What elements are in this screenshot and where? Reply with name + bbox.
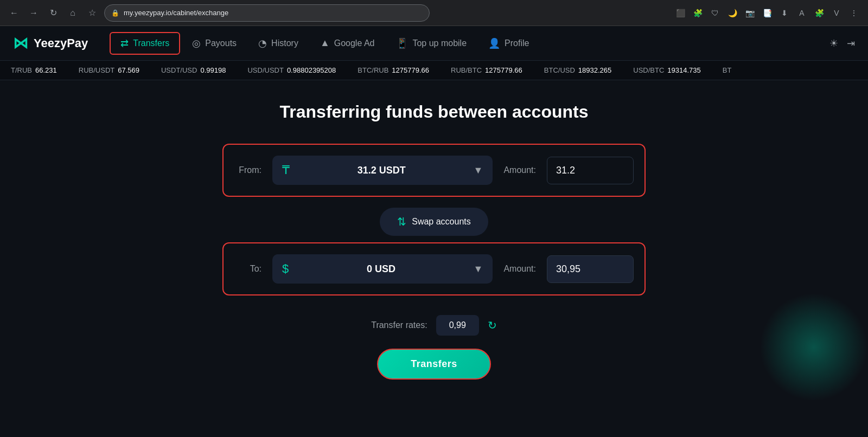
from-label: From: — [234, 165, 261, 175]
rates-row: Transfer rates: 0,99 ↻ — [371, 315, 497, 336]
ticker-item: BTC/USD 18932.265 — [544, 66, 612, 74]
transfers-submit-button[interactable]: Transfers — [377, 349, 491, 380]
transfers-icon: ⇄ — [120, 37, 129, 49]
ticker-item: RUB/BTC 1275779.66 — [451, 66, 522, 74]
from-chevron-icon: ▼ — [474, 165, 483, 176]
translate-icon[interactable]: A — [794, 5, 809, 21]
logo-text: YeezyPay — [34, 36, 88, 50]
rates-label: Transfer rates: — [371, 320, 427, 330]
usd-icon: $ — [282, 262, 289, 276]
bookmark2-icon[interactable]: 📑 — [760, 5, 775, 21]
nav-item-transfers[interactable]: ⇄ Transfers — [110, 32, 180, 55]
ticker-item: USD/BTC 19314.735 — [633, 66, 701, 74]
url-text: my.yeezypay.io/cabinet/exchange — [124, 9, 228, 17]
from-row: From: ₸ 31.2 USDT ▼ Amount: — [222, 144, 646, 197]
profile-nav-icon: 👤 — [488, 37, 500, 49]
from-amount-input[interactable] — [547, 157, 634, 184]
from-amount-label: Amount: — [503, 165, 536, 175]
camera-icon[interactable]: 📷 — [742, 5, 757, 21]
history-icon: ◔ — [258, 37, 267, 49]
ticker-item: RUB/USDT 67.569 — [79, 66, 139, 74]
ticker-bar: T/RUB 66.231 RUB/USDT 67.569 USDT/USD 0.… — [0, 61, 868, 80]
ticker-item: USD/USDT 0.98802395208 — [247, 66, 336, 74]
nav-item-top-up[interactable]: 📱 Top up mobile — [386, 33, 476, 54]
app-header: ⋈ YeezyPay ⇄ Transfers ◎ Payouts ◔ Histo… — [0, 26, 868, 61]
nav-item-payouts[interactable]: ◎ Payouts — [182, 33, 246, 54]
moon-icon[interactable]: 🌙 — [725, 5, 740, 21]
main-content: Transferring funds between accounts From… — [0, 80, 868, 401]
transfer-form: From: ₸ 31.2 USDT ▼ Amount: ⇅ Swap accou… — [222, 144, 646, 380]
swap-button[interactable]: ⇅ Swap accounts — [380, 208, 488, 236]
to-account-name: 0 USD — [295, 264, 467, 275]
refresh-button[interactable]: ↻ — [46, 5, 61, 21]
from-account-select[interactable]: ₸ 31.2 USDT ▼ — [272, 156, 493, 185]
refresh-rates-button[interactable]: ↻ — [488, 319, 497, 332]
google-ad-icon: ▲ — [320, 37, 330, 49]
menu-icon[interactable]: ⋮ — [846, 5, 861, 21]
logo-icon: ⋈ — [13, 34, 28, 52]
header-right: ☀ ⇥ — [829, 37, 855, 49]
to-row: To: $ 0 USD ▼ Amount: — [222, 242, 646, 295]
theme-toggle[interactable]: ☀ — [829, 37, 838, 49]
decorative-orb — [760, 293, 868, 401]
bookmark-button[interactable]: ☆ — [85, 5, 100, 21]
forward-button[interactable]: → — [26, 5, 41, 21]
swap-icon: ⇅ — [397, 215, 406, 228]
ticker-content: T/RUB 66.231 RUB/USDT 67.569 USDT/USD 0.… — [0, 66, 745, 74]
puzzle-icon[interactable]: 🧩 — [690, 5, 705, 21]
logo: ⋈ YeezyPay — [13, 34, 88, 52]
ticker-item: USDT/USD 0.99198 — [161, 66, 226, 74]
nav-item-history[interactable]: ◔ History — [248, 33, 308, 54]
nav-item-google-ad[interactable]: ▲ Google Ad — [310, 33, 385, 53]
nav-item-profile[interactable]: 👤 Profile — [478, 33, 539, 54]
page-title: Transferring funds between accounts — [280, 102, 589, 122]
address-bar[interactable]: 🔒 my.yeezypay.io/cabinet/exchange — [104, 4, 430, 22]
ticker-item: BTC/RUB 1275779.66 — [358, 66, 429, 74]
nav-menu: ⇄ Transfers ◎ Payouts ◔ History ▲ Google… — [110, 32, 829, 55]
usdt-icon: ₸ — [282, 163, 290, 177]
to-chevron-icon: ▼ — [474, 264, 483, 275]
rates-value: 0,99 — [436, 315, 479, 336]
from-account-name: 31.2 USDT — [296, 165, 467, 176]
home-button[interactable]: ⌂ — [65, 5, 80, 21]
to-label: To: — [234, 264, 261, 274]
mobile-icon: 📱 — [396, 37, 408, 49]
payouts-icon: ◎ — [192, 37, 201, 49]
browser-icons: ⬛ 🧩 🛡 🌙 📷 📑 ⬇ A 🧩 V ⋮ — [673, 5, 861, 21]
ticker-item: BT — [723, 66, 735, 74]
to-amount-input[interactable] — [547, 255, 634, 283]
shield-icon[interactable]: 🛡 — [707, 5, 723, 21]
back-button[interactable]: ← — [7, 5, 22, 21]
extensions-icon[interactable]: 🧩 — [812, 5, 827, 21]
lock-icon: 🔒 — [111, 9, 119, 17]
screenshot-icon[interactable]: ⬛ — [673, 5, 688, 21]
to-account-select[interactable]: $ 0 USD ▼ — [272, 254, 493, 284]
to-amount-label: Amount: — [503, 264, 536, 274]
logout-button[interactable]: ⇥ — [847, 37, 855, 49]
ticker-item: T/RUB 66.231 — [11, 66, 57, 74]
download-icon[interactable]: ⬇ — [777, 5, 792, 21]
profile-icon[interactable]: V — [829, 5, 844, 21]
swap-label: Swap accounts — [412, 217, 471, 227]
browser-chrome: ← → ↻ ⌂ ☆ 🔒 my.yeezypay.io/cabinet/excha… — [0, 0, 868, 26]
